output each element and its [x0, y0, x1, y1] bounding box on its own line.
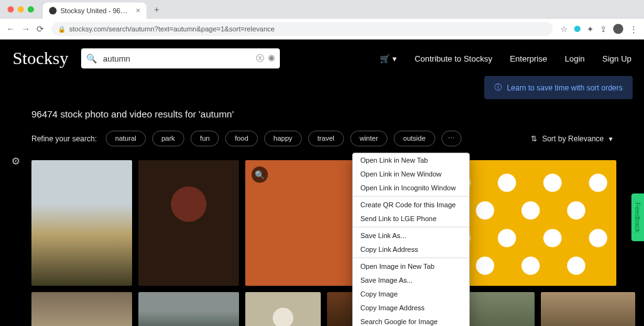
search-icon: 🔍: [86, 53, 97, 63]
new-tab-button[interactable]: +: [150, 3, 163, 16]
context-menu: Open Link in New Tab Open Link in New Wi…: [352, 153, 470, 326]
ctx-item[interactable]: Copy Image Address: [353, 301, 469, 315]
refine-pill[interactable]: winter: [350, 131, 387, 146]
refine-pill[interactable]: fun: [191, 131, 219, 146]
star-icon[interactable]: ☆: [560, 24, 568, 34]
maximize-window-icon[interactable]: [28, 6, 34, 13]
result-tile[interactable]: [31, 292, 132, 326]
page: Stocksy 🔍 ⓧ ◉ 🛒 ▾ Contribute to Stocksy …: [0, 40, 644, 326]
ctx-item[interactable]: Open Image in New Tab: [353, 259, 469, 273]
refine-row: Refine your search: natural park fun foo…: [31, 131, 613, 146]
results-grid: 🔍 KKGAS: [31, 160, 613, 286]
sort-button[interactable]: ⇅ Sort by Relevance ▾: [531, 134, 613, 143]
refine-pill[interactable]: happy: [264, 131, 302, 146]
results-grid: [31, 292, 613, 326]
ctx-item[interactable]: Copy Image: [353, 287, 469, 301]
ctx-item[interactable]: Send Link to LGE Phone: [353, 212, 469, 225]
ctx-separator: [353, 227, 469, 227]
nav-enterprise[interactable]: Enterprise: [510, 54, 547, 63]
refine-pill[interactable]: park: [152, 131, 184, 146]
browser-tab-title: Stocksy United - 96474 stoc…: [60, 7, 130, 14]
cart-icon: 🛒: [380, 54, 390, 63]
result-tile[interactable]: [541, 292, 635, 326]
kebab-menu-icon[interactable]: ⋮: [630, 24, 638, 34]
sort-label: Sort by Relevance: [542, 134, 604, 143]
ctx-item[interactable]: Save Image As...: [353, 273, 469, 287]
puzzle-icon[interactable]: ✦: [587, 24, 594, 34]
refine-pill[interactable]: natural: [106, 131, 146, 146]
ctx-separator: [353, 196, 469, 197]
ctx-item[interactable]: Search Google for Image: [353, 315, 469, 326]
refine-more-button[interactable]: ⋯: [441, 131, 462, 146]
address-url: stocksy.com/search/autumn?text=autumn&pa…: [69, 25, 275, 33]
refine-pill[interactable]: outside: [394, 131, 435, 146]
window-controls[interactable]: [8, 6, 34, 13]
result-tile[interactable]: [245, 292, 321, 326]
tips-banner-text: Learn to save time with sort orders: [507, 84, 623, 92]
ctx-item[interactable]: Open Link in New Tab: [353, 153, 469, 167]
chrome-tabstrip: Stocksy United - 96474 stoc… × +: [0, 0, 644, 19]
tips-banner[interactable]: ⓘ Learn to save time with sort orders: [484, 76, 633, 99]
site-logo[interactable]: Stocksy: [13, 48, 69, 68]
nav-login[interactable]: Login: [565, 54, 585, 63]
search-input[interactable]: [102, 53, 251, 64]
refine-label: Refine your search:: [31, 134, 97, 143]
visual-search-icon[interactable]: ◉: [268, 53, 275, 64]
favicon-icon: [49, 7, 57, 14]
clear-search-icon[interactable]: ⓧ: [256, 53, 264, 64]
chrome-toolbar: ← → ⟳ 🔒 stocksy.com/search/autumn?text=a…: [0, 19, 644, 40]
site-header: Stocksy 🔍 ⓧ ◉ 🛒 ▾ Contribute to Stocksy …: [0, 40, 644, 77]
magnify-icon[interactable]: 🔍: [252, 166, 268, 183]
refine-pill[interactable]: travel: [308, 131, 344, 146]
back-icon[interactable]: ←: [6, 24, 15, 34]
ctx-item[interactable]: Save Link As...: [353, 229, 469, 242]
result-tile[interactable]: [138, 160, 239, 286]
forward-icon[interactable]: →: [21, 24, 30, 34]
nav-signup[interactable]: Sign Up: [602, 54, 631, 63]
browser-tab[interactable]: Stocksy United - 96474 stoc… ×: [43, 3, 147, 19]
ctx-item[interactable]: Copy Link Address: [353, 242, 469, 256]
content: 96474 stock photo and video results for …: [0, 77, 644, 326]
search-bar[interactable]: 🔍 ⓧ ◉: [81, 48, 280, 68]
results-count: 96474 stock photo and video results for …: [31, 109, 613, 119]
sort-icon: ⇅: [531, 134, 537, 143]
cart-button[interactable]: 🛒 ▾: [380, 54, 397, 63]
reload-icon[interactable]: ⟳: [36, 24, 44, 34]
nav-contribute[interactable]: Contribute to Stocksy: [414, 54, 492, 63]
result-tile[interactable]: [138, 292, 239, 326]
result-tile[interactable]: [31, 160, 132, 286]
extension-icon[interactable]: [574, 26, 580, 32]
address-bar[interactable]: 🔒 stocksy.com/search/autumn?text=autumn&…: [52, 22, 553, 36]
refine-pill[interactable]: food: [225, 131, 257, 146]
minimize-window-icon[interactable]: [18, 6, 24, 13]
profile-avatar-icon[interactable]: [613, 24, 623, 34]
info-icon: ⓘ: [494, 82, 502, 93]
share-icon[interactable]: ⇪: [600, 24, 607, 34]
close-window-icon[interactable]: [8, 6, 14, 13]
ctx-item[interactable]: Open Link in Incognito Window: [353, 181, 469, 195]
chevron-down-icon: ▾: [392, 54, 397, 63]
refine-pills: natural park fun food happy travel winte…: [106, 131, 461, 146]
close-tab-icon[interactable]: ×: [136, 6, 140, 15]
ctx-separator: [353, 258, 469, 258]
feedback-tab[interactable]: Feedback: [631, 193, 644, 241]
filters-icon[interactable]: ⚙: [9, 154, 23, 168]
lock-icon: 🔒: [58, 26, 65, 33]
ctx-item[interactable]: Open Link in New Window: [353, 167, 469, 181]
chevron-down-icon: ▾: [609, 134, 613, 143]
ctx-item[interactable]: Create QR Code for this Image: [353, 198, 469, 212]
